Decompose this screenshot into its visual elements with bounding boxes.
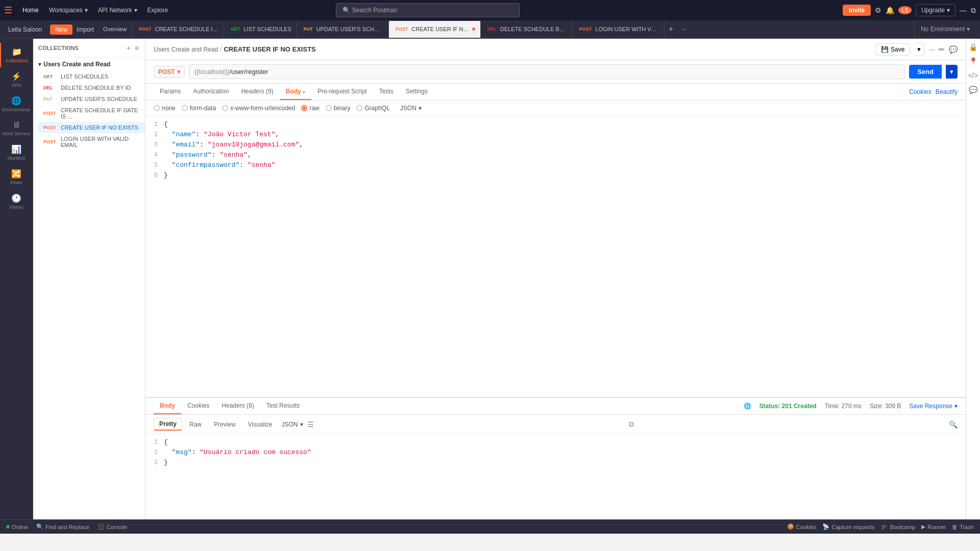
main-layout: 📁 Collections ⚡ APIs 🌐 Environments 🖥 Mo…: [0, 39, 980, 519]
list-item[interactable]: POST CREATE SCHEDULE IF DATE IS ...: [38, 105, 145, 122]
runner-button[interactable]: ▶ Runner: [921, 523, 946, 530]
tab-update-schedule[interactable]: PUT UPDATE USER'S SCHED...: [297, 21, 389, 38]
sidebar-item-monitors[interactable]: 📊 Monitors: [0, 140, 33, 165]
tab-delete-schedule[interactable]: DEL DELETE SCHEDULE BY ...: [481, 21, 573, 38]
list-item-active[interactable]: POST CREATE USER IF NO EXISTS: [38, 122, 145, 133]
code-editor[interactable]: 1 { 2 "name": "João Victor Test", 3 "ema…: [145, 116, 966, 397]
body-option-formdata[interactable]: form-data: [182, 105, 216, 112]
response-meta: 🌐 Status: 201 Created Time: 270 ms Size:…: [744, 403, 958, 410]
save-button[interactable]: 💾 Save: [875, 43, 910, 56]
sidebar-item-collections[interactable]: 📁 Collections: [0, 43, 33, 67]
tab-list-schedules[interactable]: GET LIST SCHEDULES: [224, 21, 297, 38]
tab-login-user[interactable]: POST LOGIN USER WITH VAL...: [573, 21, 665, 38]
sidebar-item-apis[interactable]: ⚡ APIs: [0, 67, 33, 92]
body-option-graphql[interactable]: GraphQL: [356, 105, 389, 112]
console-button[interactable]: ⬛ Console: [97, 523, 127, 530]
tabs-add-button[interactable]: +: [665, 24, 677, 34]
bootcamp-button[interactable]: 🎓 Bootcamp: [881, 523, 916, 530]
resp-copy-icon[interactable]: ⧉: [629, 420, 634, 429]
resp-filter-icon[interactable]: ☰: [307, 420, 314, 429]
resp-format-preview[interactable]: Preview: [209, 419, 241, 430]
nav-api-network[interactable]: API Network ▾: [94, 5, 141, 16]
resp-tab-test-results[interactable]: Test Results: [260, 398, 306, 414]
new-button[interactable]: New: [50, 24, 72, 35]
sidebar-item-mock-servers[interactable]: 🖥 Mock Servers: [0, 116, 33, 140]
resp-format-visualize[interactable]: Visualize: [243, 419, 278, 430]
resp-format-pretty[interactable]: Pretty: [154, 418, 182, 431]
tab-method-post: POST: [137, 26, 153, 32]
import-button[interactable]: Import: [72, 24, 98, 35]
nav-explore[interactable]: Explore: [143, 5, 173, 16]
nav-home[interactable]: Home: [18, 5, 43, 16]
body-option-raw[interactable]: raw: [301, 105, 319, 112]
tab-active-method: POST: [394, 26, 410, 32]
resp-tab-headers[interactable]: Headers (8): [215, 398, 260, 414]
sidebar-item-history[interactable]: 🕐 History: [0, 189, 33, 214]
body-option-none[interactable]: none: [154, 105, 176, 112]
more-actions-button[interactable]: ···: [928, 45, 935, 54]
collection-group-header[interactable]: ▾ Users Create and Read: [33, 58, 145, 71]
send-button[interactable]: Send: [909, 65, 942, 79]
tab-headers[interactable]: Headers (9): [235, 84, 279, 100]
comment-icon[interactable]: 💬: [949, 45, 958, 54]
save-response-button[interactable]: Save Response ▾: [909, 403, 958, 410]
minimize-icon[interactable]: —: [960, 6, 967, 14]
tab-params[interactable]: Params: [154, 84, 187, 100]
tab-body[interactable]: Body ●: [280, 84, 311, 100]
body-option-binary[interactable]: binary: [326, 105, 351, 112]
sidebar-item-environments[interactable]: 🌐 Environments: [0, 92, 33, 116]
list-item[interactable]: PUT UPDATE USER'S SCHEDULE: [38, 93, 145, 105]
code-line-3: 3 "email": "joaov10joga@gmail.com",: [145, 141, 966, 151]
body-option-urlencoded[interactable]: x-www-form-urlencoded: [222, 105, 295, 112]
resp-tab-cookies[interactable]: Cookies: [181, 398, 215, 414]
list-item[interactable]: GET LIST SCHEDULES: [38, 71, 145, 82]
settings-icon[interactable]: ⚙: [875, 6, 881, 14]
panel-add-button[interactable]: +: [126, 43, 132, 53]
trash-button[interactable]: 🗑 Trash: [952, 524, 974, 530]
tabs-overflow-button[interactable]: ···: [677, 26, 691, 33]
send-caret-button[interactable]: ▾: [946, 65, 958, 79]
cookies-status-button[interactable]: 🍪 Cookies: [787, 523, 817, 530]
list-item[interactable]: POST LOGIN USER WITH VALID EMAIL: [38, 133, 145, 151]
notifications-icon[interactable]: 🔔: [886, 6, 894, 14]
beautify-link[interactable]: Beautify: [936, 84, 958, 99]
tab-create-user[interactable]: POST CREATE USER IF NO ...: [389, 21, 481, 38]
panel-menu-button[interactable]: ≡: [134, 43, 140, 53]
search-bar[interactable]: 🔍 Search Postman: [336, 3, 520, 17]
tab-prerequest[interactable]: Pre-request Script: [311, 84, 373, 100]
tab-overview[interactable]: Overview: [98, 21, 132, 38]
restore-icon[interactable]: ⧉: [971, 6, 976, 15]
tab-create-user-label: CREATE USER IF NO ...: [411, 26, 470, 32]
nav-workspaces[interactable]: Workspaces ▾: [45, 5, 92, 16]
right-lock-icon[interactable]: 🔒: [969, 43, 977, 51]
save-caret-button[interactable]: ▾: [914, 43, 924, 56]
method-selector[interactable]: POST ▾: [154, 66, 185, 78]
right-comment-icon[interactable]: 💬: [969, 86, 977, 94]
sidebar-item-flows[interactable]: 🔀 Flows: [0, 165, 33, 189]
edit-icon[interactable]: ✏: [939, 45, 945, 54]
list-item[interactable]: DEL DELETE SCHEDULE BY ID: [38, 82, 145, 93]
capture-button[interactable]: 📡 Capture requests: [822, 523, 874, 530]
env-selector[interactable]: No Environment ▾: [914, 21, 976, 38]
tab-tests[interactable]: Tests: [373, 84, 400, 100]
upgrade-button[interactable]: Upgrade ▾: [916, 4, 955, 16]
resp-format-raw[interactable]: Raw: [184, 419, 207, 430]
code-line-6: 6 }: [145, 171, 966, 182]
resp-search-icon[interactable]: 🔍: [949, 420, 958, 429]
tab-authorization[interactable]: Authorization: [187, 84, 235, 100]
find-replace-button[interactable]: 🔍 Find and Replace: [36, 523, 89, 530]
right-code-icon[interactable]: </>: [968, 71, 978, 80]
resp-json-type-selector[interactable]: JSON ▾: [282, 421, 303, 428]
tab-settings[interactable]: Settings: [400, 84, 434, 100]
right-pin-icon[interactable]: 📍: [969, 57, 977, 65]
resp-tab-body[interactable]: Body: [154, 398, 181, 414]
user-avatar[interactable]: LS: [898, 6, 911, 14]
console-icon: ⬛: [97, 523, 105, 530]
tab-create-schedule[interactable]: POST CREATE SCHEDULE IF ...: [132, 21, 224, 38]
cookies-link[interactable]: Cookies: [909, 84, 931, 99]
url-input[interactable]: {{localhost}}/user/register: [189, 64, 905, 79]
json-type-selector[interactable]: JSON ▾: [400, 105, 422, 112]
line-num-1: 1: [145, 120, 164, 131]
breadcrumb-parent[interactable]: Users Create and Read: [154, 46, 218, 53]
invite-button[interactable]: Invite: [843, 5, 871, 16]
